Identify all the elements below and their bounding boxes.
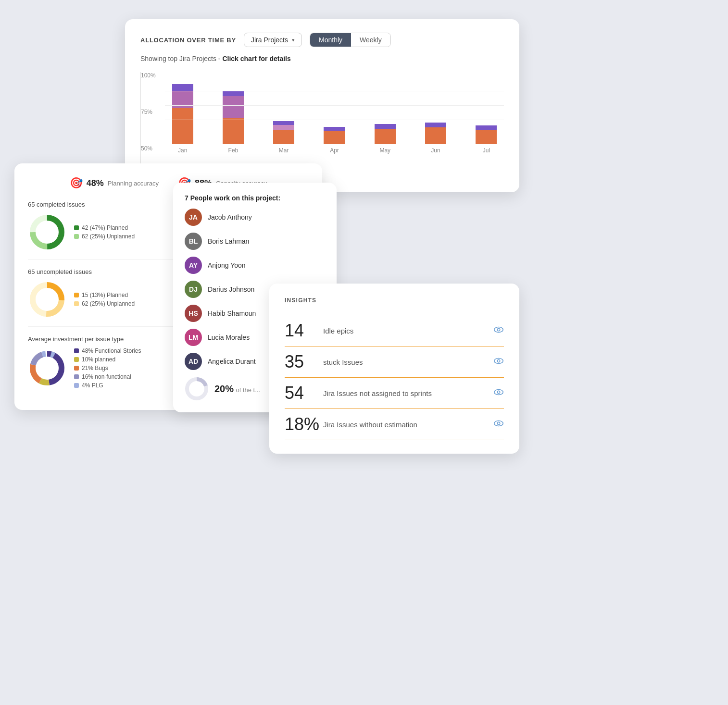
svg-point-15: [494, 358, 503, 363]
weekly-toggle[interactable]: Weekly: [351, 33, 390, 47]
footer-text: of the t...: [236, 386, 260, 394]
name-anjong: Anjong Yoon: [208, 261, 246, 269]
idle-epics-value: 14: [285, 322, 304, 339]
chart-subtitle: Showing top Jira Projects - Click chart …: [140, 55, 504, 62]
svg-point-14: [497, 328, 500, 331]
unassigned-label: Jira Issues not assigned to sprints: [323, 389, 493, 397]
grid-line-75: [165, 105, 504, 106]
investment-legend: 48% Functional Stories 10% planned 21% B…: [74, 347, 141, 389]
uncompleted-legend: 15 (13%) Planned 62 (25%) Unplanned: [74, 292, 135, 307]
completed-legend: 42 (47%) Planned 62 (25%) Unplanned: [74, 224, 135, 240]
bar-mar[interactable]: Mar: [266, 121, 301, 154]
stuck-issues-value: 35: [285, 353, 304, 371]
eye-icon-stuck-issues[interactable]: [493, 356, 504, 369]
planning-label: Planning accuracy: [108, 180, 159, 187]
bar-feb-label: Feb: [228, 147, 238, 154]
svg-point-16: [497, 359, 500, 362]
svg-point-13: [494, 327, 503, 332]
bar-may-label: May: [379, 147, 390, 154]
person-boris-lahman[interactable]: BL Boris Lahman: [185, 233, 325, 250]
chart-header: ALLOCATION OVER TIME BY Jira Projects ▾ …: [140, 33, 504, 47]
insight-idle-epics: 14 Idle epics: [285, 315, 504, 346]
svg-point-19: [494, 421, 503, 426]
bar-jan-qa: [172, 84, 193, 91]
idle-epics-label: Idle epics: [323, 327, 493, 335]
no-estimation-value: 18%: [285, 416, 319, 433]
name-jacob: Jacob Anthony: [208, 213, 252, 221]
bar-jan-label: Jan: [178, 147, 187, 154]
eye-icon-no-estimation[interactable]: [493, 418, 504, 431]
grid-line-100: [165, 91, 504, 91]
y-label-75: 75%: [141, 109, 156, 115]
unassigned-value: 54: [285, 384, 304, 402]
insights-card: INSIGHTS 14 Idle epics 35 stuck Issues: [269, 284, 519, 454]
name-boris: Boris Lahman: [208, 237, 249, 245]
eye-icon-unassigned[interactable]: [493, 387, 504, 400]
person-anjong-yoon[interactable]: AY Anjong Yoon: [185, 257, 325, 274]
avatar-anjong: AY: [185, 257, 202, 274]
investment-donut: [28, 349, 66, 387]
bar-jul[interactable]: Jul: [469, 125, 504, 154]
avatar-darius: DJ: [185, 281, 202, 298]
monthly-weekly-toggle: Monthly Weekly: [310, 33, 391, 47]
name-angelica: Angelica Durant: [208, 358, 256, 365]
bar-chart-area[interactable]: 100% 75% 50% Jan Feb: [140, 72, 504, 168]
no-estimation-label: Jira Issues without estimation: [323, 421, 493, 429]
completed-donut: [28, 213, 66, 251]
planning-accuracy: 🎯 48% Planning accuracy: [70, 177, 159, 189]
bar-apr-label: Apr: [330, 147, 339, 154]
insights-title: INSIGHTS: [285, 297, 504, 304]
target-icon: 🎯: [70, 177, 83, 189]
planning-pct: 48%: [87, 178, 104, 188]
avatar-habib: HS: [185, 305, 202, 322]
eye-icon-idle-epics[interactable]: [493, 324, 504, 337]
svg-point-17: [494, 389, 503, 395]
name-darius: Darius Johnson: [208, 285, 254, 293]
name-lucia: Lucia Morales: [208, 334, 250, 341]
insight-stuck-issues: 35 stuck Issues: [285, 346, 504, 378]
bar-feb[interactable]: Feb: [215, 91, 251, 154]
y-axis: 100% 75% 50%: [141, 72, 156, 154]
person-jacob-anthony[interactable]: JA Jacob Anthony: [185, 209, 325, 226]
bar-mar-label: Mar: [279, 147, 289, 154]
jira-projects-dropdown[interactable]: Jira Projects ▾: [244, 33, 302, 47]
bar-jan-lcfr: [172, 108, 193, 144]
people-title: 7 People work on this project:: [185, 194, 325, 202]
bar-jul-label: Jul: [483, 147, 490, 154]
svg-point-20: [497, 422, 500, 425]
monthly-toggle[interactable]: Monthly: [310, 33, 351, 47]
partial-donut-icon: [185, 377, 209, 401]
y-label-100: 100%: [141, 72, 156, 79]
bar-may[interactable]: May: [367, 124, 402, 154]
bar-jun[interactable]: Jun: [418, 123, 453, 154]
avatar-jacob: JA: [185, 209, 202, 226]
name-habib: Habib Shamoun: [208, 309, 256, 317]
svg-point-18: [497, 391, 500, 394]
avatar-boris: BL: [185, 233, 202, 250]
bar-apr[interactable]: Apr: [317, 127, 352, 154]
bar-jan[interactable]: Jan: [165, 84, 200, 154]
avatar-angelica: AD: [185, 353, 202, 370]
insight-no-estimation: 18% Jira Issues without estimation: [285, 409, 504, 440]
uncompleted-donut: [28, 280, 66, 319]
bar-jun-label: Jun: [431, 147, 440, 154]
chart-title-label: ALLOCATION OVER TIME BY: [140, 37, 236, 44]
stuck-issues-label: stuck Issues: [323, 358, 493, 366]
y-label-50: 50%: [141, 145, 156, 152]
avatar-lucia: LM: [185, 329, 202, 346]
grid-line-50: [165, 120, 504, 120]
insight-unassigned: 54 Jira Issues not assigned to sprints: [285, 378, 504, 409]
footer-pct: 20%: [214, 383, 234, 394]
chevron-down-icon: ▾: [292, 37, 295, 43]
